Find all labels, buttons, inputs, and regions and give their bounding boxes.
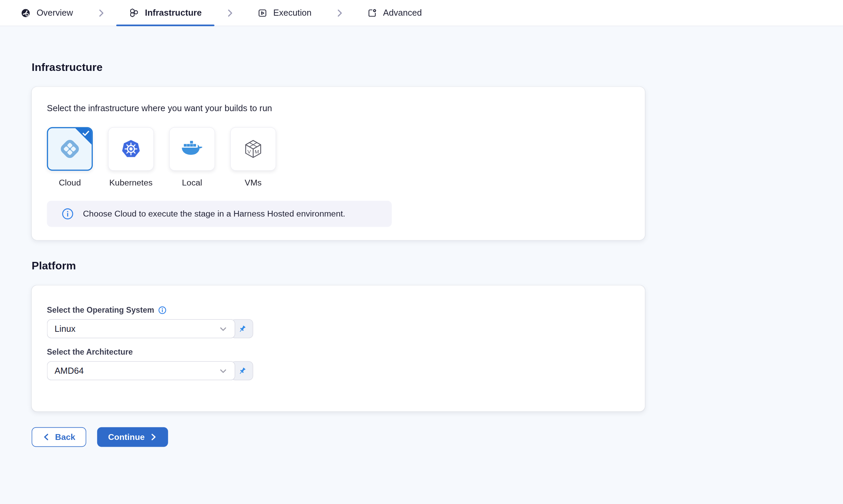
chevron-down-icon — [219, 324, 228, 333]
chevron-right-icon — [150, 433, 157, 441]
platform-card: Select the Operating System Linux — [32, 285, 645, 412]
infra-option-label: Cloud — [59, 178, 81, 188]
chevron-right-separator — [95, 0, 106, 26]
vm-cube-icon: V M — [241, 137, 265, 161]
svg-text:V: V — [248, 149, 251, 154]
kubernetes-wheel-icon — [119, 137, 143, 161]
infra-option-kubernetes-tile[interactable] — [108, 127, 154, 171]
infrastructure-card: Select the infrastructure where you want… — [32, 87, 645, 240]
stage-tabbar: Overview Infrastructure — [0, 0, 843, 26]
tab-advanced[interactable]: Advanced — [355, 0, 434, 26]
infra-option-cloud[interactable]: Cloud — [47, 127, 93, 188]
thumbtack-icon — [237, 324, 247, 334]
tab-label: Execution — [273, 8, 311, 18]
infra-option-local[interactable]: Local — [169, 127, 215, 188]
chevron-right-separator — [224, 0, 235, 26]
infra-option-cloud-tile[interactable] — [47, 127, 93, 171]
back-button-label: Back — [55, 432, 75, 442]
continue-button-label: Continue — [108, 432, 145, 442]
os-info-icon[interactable] — [158, 306, 166, 314]
page: Overview Infrastructure — [0, 0, 843, 504]
arch-select-row: AMD64 — [47, 361, 253, 380]
continue-button[interactable]: Continue — [97, 427, 168, 447]
infrastructure-heading: Infrastructure — [32, 26, 843, 74]
footer-actions: Back Continue — [32, 427, 843, 447]
os-select-row: Linux — [47, 319, 253, 338]
infra-option-kubernetes[interactable]: Kubernetes — [108, 127, 154, 188]
tab-execution[interactable]: Execution — [245, 0, 324, 26]
infra-option-local-tile[interactable] — [169, 127, 215, 171]
arch-select-value: AMD64 — [55, 366, 84, 376]
chevron-right-separator — [334, 0, 345, 26]
play-square-icon — [257, 8, 267, 18]
infra-option-label: Local — [182, 178, 202, 188]
os-select[interactable]: Linux — [47, 319, 235, 338]
infra-option-label: VMs — [245, 178, 262, 188]
infra-option-vms[interactable]: V M VMs — [230, 127, 276, 188]
stage-content: Infrastructure Select the infrastructure… — [0, 26, 843, 447]
stage-circle-icon — [21, 8, 31, 18]
os-field-label: Select the Operating System — [47, 305, 630, 315]
infrastructure-options: Cloud — [47, 127, 630, 188]
os-field-label-text: Select the Operating System — [47, 305, 154, 315]
infrastructure-card-title: Select the infrastructure where you want… — [47, 103, 630, 114]
tab-infrastructure[interactable]: Infrastructure — [116, 0, 214, 26]
svg-text:M: M — [255, 149, 259, 154]
platform-heading: Platform — [32, 260, 843, 272]
back-button[interactable]: Back — [32, 427, 86, 447]
chevron-left-icon — [43, 433, 50, 441]
infra-option-label: Kubernetes — [109, 178, 153, 188]
docker-whale-icon — [179, 137, 205, 160]
tab-label: Infrastructure — [145, 8, 202, 18]
arch-field-label: Select the Architecture — [47, 347, 630, 357]
chevron-down-icon — [219, 366, 228, 375]
info-banner: Choose Cloud to execute the stage in a H… — [47, 201, 392, 227]
hexagon-cluster-icon — [129, 8, 139, 18]
infra-option-vms-tile[interactable]: V M — [230, 127, 276, 171]
tab-overview[interactable]: Overview — [8, 0, 86, 26]
gear-square-icon — [367, 8, 377, 18]
arch-select[interactable]: AMD64 — [47, 361, 235, 380]
arch-field-label-text: Select the Architecture — [47, 347, 133, 357]
checkmark-icon — [83, 130, 90, 136]
os-select-value: Linux — [55, 324, 75, 334]
thumbtack-icon — [237, 366, 247, 376]
info-circle-icon — [62, 208, 74, 220]
tab-label: Advanced — [383, 8, 422, 18]
tab-label: Overview — [36, 8, 73, 18]
info-banner-text: Choose Cloud to execute the stage in a H… — [83, 209, 345, 219]
